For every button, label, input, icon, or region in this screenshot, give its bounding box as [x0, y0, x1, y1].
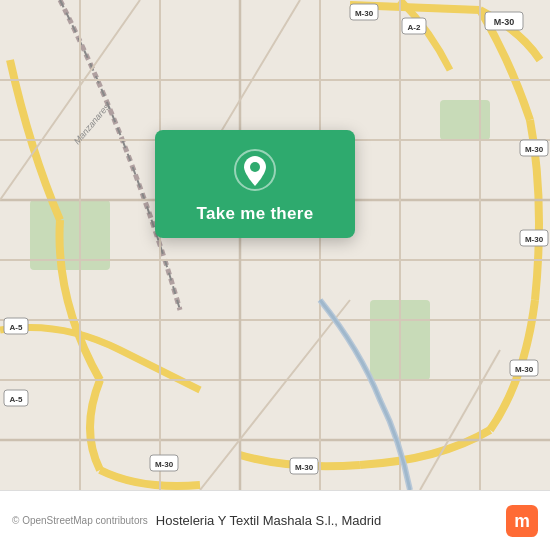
bottom-bar: © OpenStreetMap contributors Hosteleria …	[0, 490, 550, 550]
svg-text:M-30: M-30	[295, 463, 314, 472]
moovit-logo: m	[498, 505, 538, 537]
location-name: Hosteleria Y Textil Mashala S.l., Madrid	[156, 513, 498, 528]
svg-text:M-30: M-30	[525, 235, 544, 244]
svg-text:A-5: A-5	[10, 395, 23, 404]
map-view: M-30 M-30 M-30 M-30 M-30 M-30 M-30 A-2 A…	[0, 0, 550, 490]
svg-text:M-30: M-30	[355, 9, 374, 18]
location-pin-icon	[233, 148, 277, 192]
svg-rect-4	[440, 100, 490, 140]
svg-text:m: m	[514, 511, 530, 531]
copyright-text: © OpenStreetMap contributors	[12, 515, 148, 526]
take-me-there-button[interactable]: Take me there	[197, 204, 314, 224]
moovit-logo-icon: m	[506, 505, 538, 537]
svg-text:M-30: M-30	[515, 365, 534, 374]
svg-text:M-30: M-30	[155, 460, 174, 469]
svg-text:M-30: M-30	[525, 145, 544, 154]
location-card: Take me there	[155, 130, 355, 238]
svg-point-44	[250, 162, 260, 172]
svg-text:A-5: A-5	[10, 323, 23, 332]
svg-text:M-30: M-30	[494, 17, 515, 27]
map-svg: M-30 M-30 M-30 M-30 M-30 M-30 M-30 A-2 A…	[0, 0, 550, 490]
svg-text:A-2: A-2	[408, 23, 421, 32]
